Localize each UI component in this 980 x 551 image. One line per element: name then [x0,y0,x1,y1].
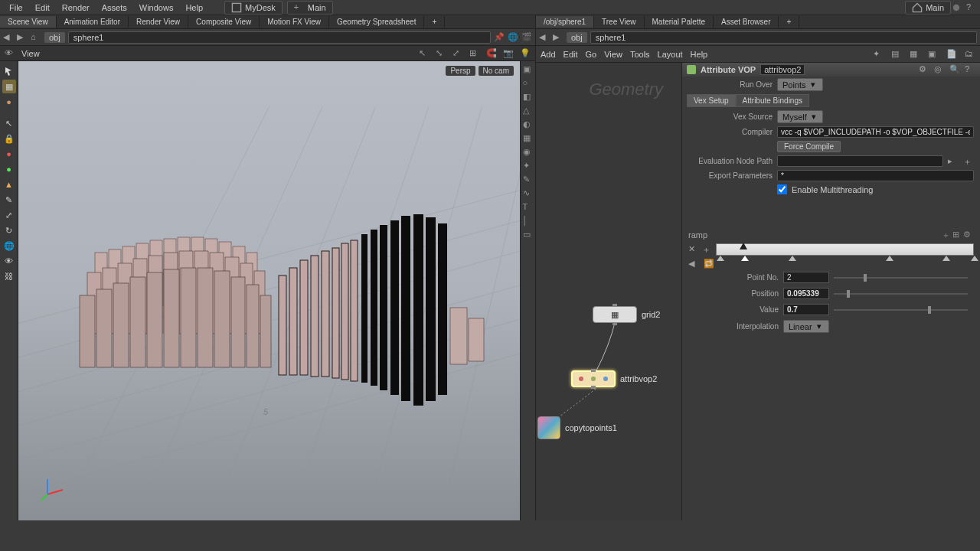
text-icon[interactable]: T [523,202,534,213]
fwd-icon[interactable]: ▶ [17,32,28,43]
cloud-icon[interactable] [951,2,962,13]
marker-icon[interactable]: ▣ [523,64,534,75]
cube-icon[interactable]: ◧ [523,92,534,103]
position-slider[interactable] [834,293,968,295]
sel-move-icon[interactable]: ⤢ [452,48,463,59]
node-attribvop2[interactable]: attribvop2 [571,370,657,387]
net-icon-4[interactable]: ▣ [928,49,939,60]
tab-motionfx-view[interactable]: Motion FX View [260,16,329,28]
fwd2-icon[interactable]: ▶ [553,32,564,43]
tool-move[interactable]: ↖ [2,116,16,130]
tab-obj-sphere[interactable]: /obj/sphere1 [536,16,594,28]
point-no-value[interactable]: 2 [783,272,829,283]
tool-globe[interactable]: 🌐 [2,239,16,253]
ramp-del-icon[interactable]: ✕ [688,244,699,255]
sel-icon[interactable]: ↖ [419,48,430,59]
position-value[interactable]: 0.095339 [783,288,829,299]
net-icon-3[interactable]: ▦ [910,49,920,60]
target-icon[interactable]: ◎ [934,64,945,75]
open-icon[interactable]: ▸ [948,156,959,167]
line-icon[interactable]: │ [523,216,534,227]
interp-dropdown[interactable]: Linear▾ [783,320,829,333]
sel-arrow-icon[interactable]: ⤡ [436,48,446,59]
tool-select[interactable] [2,64,16,78]
box2-icon[interactable]: ▭ [523,230,534,240]
multithread-check[interactable] [777,184,787,194]
menu-render[interactable]: Render [56,2,96,14]
back2-icon[interactable]: ◀ [539,32,550,43]
node-copytopoints1[interactable]: copytopoints1 [537,416,617,439]
tool-lock[interactable]: 🔒 [2,132,16,145]
tool-box[interactable]: ▦ [2,80,16,93]
tab-anim-editor[interactable]: Animation Editor [57,16,129,28]
ramp-cycle-icon[interactable]: 🔁 [704,259,714,269]
film-icon[interactable]: 🎬 [521,32,532,43]
crumb-obj2[interactable]: obj [567,32,587,43]
tab-geo-spreadsheet[interactable]: Geometry Spreadsheet [329,16,424,28]
netmenu-help[interactable]: Help [691,50,708,59]
tab-composite-view[interactable]: Composite View [188,16,260,28]
curve-icon[interactable]: ∿ [523,188,534,199]
netmenu-view[interactable]: View [604,50,622,59]
export-input[interactable] [777,170,974,181]
edit-icon[interactable]: ✎ [523,174,534,185]
net-icon-1[interactable]: ✦ [873,49,884,60]
tool-rotate[interactable]: ↻ [2,223,16,237]
point-no-slider[interactable] [834,277,968,279]
pin-icon[interactable]: 📌 [494,32,505,43]
tool-scale[interactable]: ⤢ [2,208,16,222]
tab-add-right[interactable]: + [779,16,799,28]
compiler-input[interactable] [777,126,974,138]
menu-assets[interactable]: Assets [96,2,133,14]
home-icon[interactable]: ⌂ [31,32,41,43]
lamp-icon[interactable]: ✦ [523,161,534,171]
path-input-right[interactable]: sphere1 [590,31,977,44]
tex-icon[interactable]: ▦ [523,133,534,144]
tool-green[interactable]: ● [2,162,16,176]
value-slider[interactable] [834,309,968,311]
tab-asset-browser[interactable]: Asset Browser [714,16,779,28]
ramp-strip[interactable] [716,243,974,256]
tab-render-view[interactable]: Render View [129,16,188,28]
wire-icon[interactable]: △ [523,106,534,116]
netmenu-add[interactable]: Add [541,50,556,59]
add-icon[interactable]: ＋ [963,156,974,167]
gear-icon[interactable]: ⚙ [919,64,929,75]
net-icon-5[interactable]: 📄 [946,49,957,60]
tab-attr-bindings[interactable]: Attribute Bindings [736,94,809,107]
tool-eye[interactable]: 👁 [2,254,16,268]
help2-icon[interactable]: ? [965,64,975,75]
desk-selector[interactable]: MyDesk [224,1,283,15]
tab-vex-setup[interactable]: Vex Setup [687,94,736,107]
light-icon[interactable]: 💡 [520,48,531,59]
netmenu-tools[interactable]: Tools [630,50,650,59]
ramp-gear-icon[interactable]: ⚙ [963,230,974,240]
menu-edit[interactable]: Edit [29,2,56,14]
ramp-plus-icon[interactable]: ＋ [702,244,713,255]
tab-tree-view[interactable]: Tree View [594,16,644,28]
ramp-left-icon[interactable]: ◀ [688,259,699,269]
node-canvas[interactable]: Geometry ▦ grid2 [536,63,681,520]
camera-icon[interactable]: 📷 [503,48,514,59]
tool-sphere[interactable]: ● [2,95,16,109]
tool-tri[interactable]: ▲ [2,178,16,191]
back-icon[interactable]: ◀ [3,32,14,43]
shade-icon[interactable]: ◐ [523,119,534,130]
ramp-split-icon[interactable]: ⊞ [952,230,963,240]
help-icon[interactable]: ? [966,2,977,13]
tool-red[interactable]: ● [2,147,16,161]
viewport[interactable]: 5 Persp No cam [18,61,520,520]
eval-path-input[interactable] [777,155,943,167]
globe-icon[interactable]: 🌐 [508,32,518,43]
circle-icon[interactable]: ○ [523,78,534,89]
snap-icon[interactable]: ⊞ [469,48,480,59]
tool-brush[interactable]: ✎ [2,193,16,207]
ramp-add-icon[interactable]: ＋ [942,230,952,240]
mat-icon[interactable]: ◉ [523,147,534,158]
node-name-field[interactable]: attribvop2 [760,64,805,75]
eye-icon[interactable]: 👁 [5,48,15,59]
search-icon[interactable]: 🔍 [949,64,960,75]
cam-none[interactable]: No cam [479,66,514,76]
net-icon-2[interactable]: ▤ [891,49,902,60]
menu-windows[interactable]: Windows [133,2,180,14]
